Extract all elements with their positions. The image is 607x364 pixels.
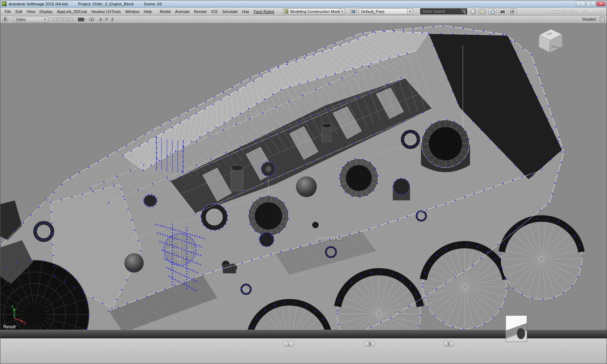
construction-mode-icon	[284, 9, 288, 13]
viewport-toolbar: B Ortho ▼ X Y Z Shaded	[0, 16, 607, 23]
pass-options-icon[interactable]	[350, 9, 357, 14]
application-window: Autodesk Softimage 2015 (64-bit) Project…	[0, 0, 607, 364]
axis-y-toggle[interactable]: Y	[105, 17, 108, 22]
search-icon	[462, 10, 465, 13]
close-button[interactable]: ×	[596, 1, 606, 6]
construction-mode-dropdown[interactable]: Modeling Construction Mode ▼	[283, 8, 345, 14]
current-pass-dropdown[interactable]: Default_Pass ▼	[359, 8, 413, 14]
scene-label: Scene: 69	[144, 2, 162, 6]
svg-text:X: X	[23, 321, 26, 325]
memo-cam-slot[interactable]	[64, 18, 68, 21]
chevron-down-icon[interactable]: ▼	[339, 9, 345, 14]
axis-toggle-group: X Y Z	[99, 17, 113, 22]
menu-applink-3dcoat[interactable]: AppLink_3DCoat	[55, 9, 89, 14]
module-hair[interactable]: Hair	[240, 9, 251, 14]
refresh-icon[interactable]	[470, 9, 476, 14]
module-face-robot[interactable]: Face Robot	[251, 9, 276, 14]
softimage-app-icon	[2, 1, 7, 6]
project-label: Project: Order_3_Engine_Block	[78, 2, 134, 6]
autodesk-branding: AUTODESK® SOFTIMAGE	[546, 9, 602, 14]
mouse-middle-indicator: M	[365, 341, 375, 347]
menu-headus-uvtools[interactable]: Headus UVTools	[89, 9, 123, 14]
cylinder-bore	[423, 245, 507, 329]
menu-file[interactable]: File	[3, 9, 13, 14]
memo-cam-slot[interactable]	[69, 18, 73, 21]
render-preview-icon[interactable]	[509, 8, 517, 14]
mouse-status-bar: L M R	[0, 338, 607, 364]
eye-visibility-icon[interactable]	[89, 18, 94, 21]
preview-thumbnail	[505, 315, 527, 342]
menu-window[interactable]: Window	[123, 9, 142, 14]
capture-viewport-icon[interactable]	[488, 8, 496, 14]
memo-cam-slot[interactable]	[53, 18, 57, 21]
image-clip-icon[interactable]	[499, 8, 507, 14]
maximize-button[interactable]: □	[586, 1, 595, 6]
minimize-button[interactable]: –	[576, 1, 585, 6]
module-render[interactable]: Render	[192, 9, 209, 14]
scene-search-box	[420, 8, 467, 14]
cylinder-bore	[501, 218, 582, 299]
module-animate[interactable]: Animate	[173, 9, 191, 14]
module-simulate[interactable]: Simulate	[220, 9, 240, 14]
menu-edit[interactable]: Edit	[13, 9, 25, 14]
axis-z-toggle[interactable]: Z	[111, 17, 114, 22]
result-label: Result Result	[3, 324, 16, 330]
camera-icon[interactable]	[78, 18, 84, 21]
camera-view-dropdown[interactable]: Ortho ▼	[14, 17, 48, 22]
window-title: Autodesk Softimage 2015 (64-bit)	[9, 2, 68, 6]
cylinder-bore	[337, 272, 421, 330]
module-ice[interactable]: ICE	[209, 9, 220, 14]
main-menubar: File Edit View Display AppLink_3DCoat He…	[0, 8, 607, 16]
menu-help[interactable]: Help	[142, 9, 154, 14]
svg-text:polymsh1.54: polymsh1.54	[318, 236, 342, 241]
chevron-down-icon: ▼	[44, 18, 46, 21]
scene-search-input[interactable]	[421, 9, 460, 14]
axis-x-toggle[interactable]: X	[99, 17, 102, 22]
resize-grip[interactable]	[600, 17, 605, 22]
viewport-3d[interactable]: polymsh1.54 polymsh1.54 Y X Result Resul…	[0, 23, 607, 330]
object-label: polymsh1.54 polymsh1.54	[318, 236, 343, 242]
menu-display[interactable]: Display	[37, 9, 55, 14]
svg-text:Result: Result	[3, 324, 16, 329]
viewport-letter-button[interactable]: B	[3, 17, 8, 22]
menu-view[interactable]: View	[25, 9, 38, 14]
display-mode-menu[interactable]: Shaded	[582, 17, 596, 21]
memo-cam-slot[interactable]	[58, 18, 62, 21]
mouse-right-indicator: R	[443, 341, 454, 347]
mouse-left-indicator: L	[283, 341, 294, 347]
render-region-icon[interactable]	[478, 8, 486, 14]
chevron-down-icon[interactable]: ▼	[407, 9, 413, 14]
svg-text:Y: Y	[11, 305, 14, 309]
search-button[interactable]	[460, 9, 467, 14]
window-titlebar: Autodesk Softimage 2015 (64-bit) Project…	[0, 0, 607, 8]
module-model[interactable]: Model	[158, 9, 173, 14]
